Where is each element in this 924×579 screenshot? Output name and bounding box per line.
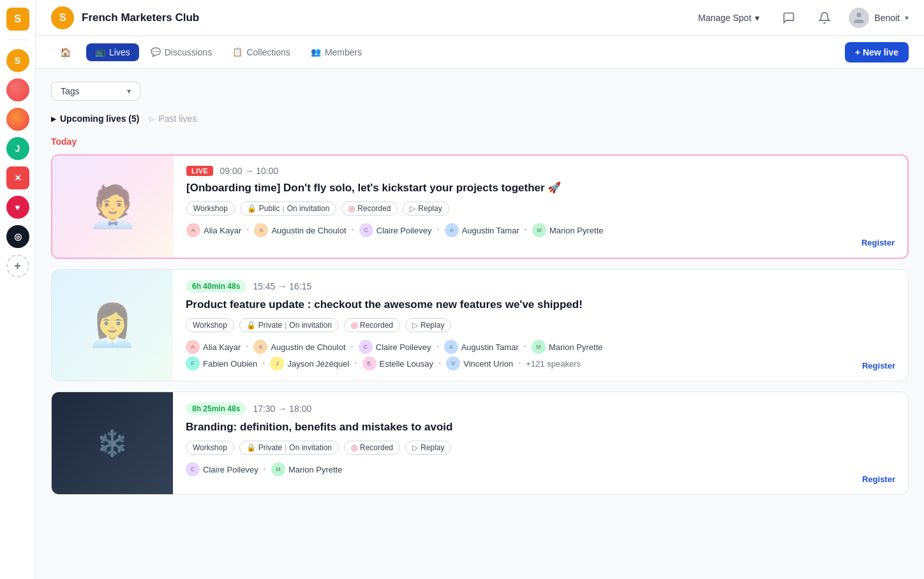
tags-chevron: ▾ (127, 87, 131, 96)
lives-icon: 📺 (95, 47, 105, 57)
replay-icon-3: ▷ (412, 443, 418, 452)
avatar-augustin-1: A (254, 223, 268, 237)
tab-discussions-label: Discussions (165, 47, 212, 57)
register-button-2[interactable]: Register (862, 361, 895, 370)
more-speakers-2: +121 speakers (526, 359, 581, 369)
avatar-augustint-1: A (445, 223, 459, 237)
tab-lives[interactable]: 📺 Lives (86, 43, 139, 61)
sidebar-add-community[interactable]: + (6, 254, 29, 277)
register-button-3[interactable]: Register (862, 474, 895, 484)
notifications-button[interactable] (813, 6, 836, 29)
tag-workshop-2: Workshop (186, 318, 234, 332)
sidebar-logo[interactable]: S (6, 8, 29, 31)
card-2-title: Product feature update : checkout the aw… (186, 298, 849, 312)
speaker-jayson: J Jayson Jézéquel (270, 356, 349, 370)
sidebar-community-4[interactable]: J (6, 137, 29, 160)
card-3-speakers: C Claire Poilevey • M Marion Pyrette (186, 462, 849, 476)
past-lives-tab[interactable]: ▷ Past lives (149, 111, 197, 126)
tag-access-2: 🔒 Private | On invitation (239, 318, 339, 332)
members-icon: 👥 (311, 47, 321, 57)
speaker-vincent: V Vincent Urion (446, 356, 513, 370)
card-3-tags: Workshop 🔒 Private | On invitation ◎ Rec… (186, 441, 849, 455)
tags-label: Tags (61, 86, 80, 96)
avatar-marion-2: M (532, 340, 546, 354)
live-badge: LIVE (186, 166, 213, 176)
card-1-meta: LIVE 09:00 → 10:00 (186, 166, 849, 176)
speaker-alia-2: A Alia Kayar (186, 340, 241, 354)
sidebar-community-7[interactable]: ◎ (6, 225, 29, 248)
avatar-marion-1: M (532, 223, 546, 237)
sidebar-community-3[interactable] (6, 108, 29, 131)
avatar-marion-3: M (271, 462, 285, 476)
tab-members[interactable]: 👥 Members (302, 43, 371, 61)
record-icon-3: ◎ (351, 443, 357, 452)
speaker-alia-1: A Alia Kayar (186, 223, 241, 237)
card-2-speakers-row1: A Alia Kayar • A Augustin de Choulot • C… (186, 340, 849, 354)
live-card-3: ❄️ 8h 25min 48s 17:30 → 18:00 Branding: … (51, 392, 909, 495)
user-name: Benoit (874, 13, 900, 23)
header-logo: S (51, 6, 74, 29)
upcoming-triangle: ▶ (51, 115, 56, 122)
card-3-time: 17:30 → 18:00 (253, 404, 311, 414)
card-3-countdown: 8h 25min 48s (186, 402, 246, 415)
record-icon-1: ◎ (348, 204, 355, 213)
card-2-tags: Workshop 🔒 Private | On invitation ◎ Rec… (186, 318, 849, 332)
tag-workshop-3: Workshop (186, 441, 234, 455)
tab-home[interactable]: 🏠 (51, 43, 84, 61)
sidebar-community-6[interactable]: ♥ (6, 196, 29, 219)
lock-icon-2: 🔒 (246, 321, 256, 330)
user-chevron: ▾ (905, 13, 909, 22)
sidebar-community-5[interactable]: ✕ (6, 166, 29, 189)
messages-button[interactable] (777, 6, 800, 29)
avatar-alia-2: A (186, 340, 200, 354)
manage-spot-button[interactable]: Manage Spot ▾ (693, 9, 764, 27)
avatar-claire-1: C (359, 223, 373, 237)
tag-workshop-1: Workshop (186, 202, 235, 216)
card-2-body: 6h 40min 48s 15:45 → 16:15 Product featu… (173, 270, 862, 381)
speaker-estelle: E Estelle Lousay (362, 356, 434, 370)
tag-access-3: 🔒 Private | On invitation (239, 441, 339, 455)
card-3-body: 8h 25min 48s 17:30 → 18:00 Branding: def… (173, 392, 862, 494)
section-tabs: ▶ Upcoming lives (5) ▷ Past lives (51, 111, 909, 126)
tab-collections-label: Collections (246, 47, 290, 57)
past-triangle: ▷ (149, 115, 154, 122)
live-card-1: 🧑‍💼 LIVE 09:00 → 10:00 [Onboarding time]… (51, 154, 909, 259)
header-left: S French Marketers Club (51, 6, 199, 29)
svg-point-0 (857, 12, 861, 17)
card-2-person-icon: 👩‍💼 (87, 302, 138, 349)
header-title: French Marketers Club (82, 11, 199, 24)
tag-recorded-3: ◎ Recorded (344, 441, 400, 455)
manage-spot-chevron: ▾ (755, 13, 759, 23)
user-badge[interactable]: Benoit ▾ (849, 8, 909, 28)
main-area: S French Marketers Club Manage Spot ▾ (36, 0, 924, 579)
lock-icon-3: 🔒 (246, 443, 256, 452)
tags-dropdown[interactable]: Tags ▾ (51, 82, 140, 101)
user-avatar (849, 8, 869, 28)
card-2-actions: Register (862, 270, 908, 381)
card-1-speakers: A Alia Kayar • A Augustin de Choulot • C… (186, 223, 849, 237)
discussions-icon: 💬 (151, 47, 161, 57)
tab-discussions[interactable]: 💬 Discussions (142, 43, 221, 61)
sidebar-community-2[interactable] (6, 78, 29, 101)
card-3-meta: 8h 25min 48s 17:30 → 18:00 (186, 402, 849, 415)
tab-collections[interactable]: 📋 Collections (223, 43, 299, 61)
speaker-augustint-1: A Augustin Tamar (445, 223, 519, 237)
card-3-actions: Register (862, 392, 908, 494)
speaker-claire-1: C Claire Poilevey (359, 223, 432, 237)
speaker-claire-2: C Claire Poilevey (359, 340, 431, 354)
card-3-person-icon: ❄️ (96, 429, 128, 458)
card-1-actions: Register (861, 156, 907, 258)
avatar-fabien: F (186, 356, 200, 370)
register-button-1[interactable]: Register (861, 238, 895, 247)
tag-recorded-2: ◎ Recorded (344, 318, 400, 332)
card-2-speakers-row2: F Fabien Oubien • J Jayson Jézéquel • E … (186, 356, 849, 370)
speaker-augustint-2: A Augustin Tamar (444, 340, 519, 354)
new-live-button[interactable]: + New live (845, 42, 909, 62)
upcoming-lives-tab[interactable]: ▶ Upcoming lives (5) (51, 111, 139, 126)
speaker-claire-3: C Claire Poilevey (186, 462, 258, 476)
sidebar-community-1[interactable]: S (6, 49, 29, 72)
avatar-augustin-2: A (253, 340, 267, 354)
tab-lives-label: Lives (109, 47, 130, 57)
tag-replay-1: ▷ Replay (403, 202, 449, 216)
speaker-marion-1: M Marion Pyrette (532, 223, 604, 237)
